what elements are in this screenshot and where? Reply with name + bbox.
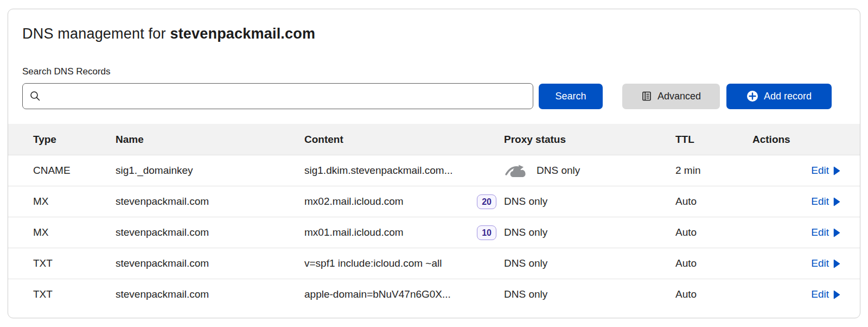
record-type: MX [33, 227, 116, 238]
edit-link[interactable]: Edit [811, 165, 840, 177]
proxy-status-cell: DNS only [504, 196, 675, 207]
controls-row: Search Advanced Add record [22, 83, 846, 109]
record-content-text: mx02.mail.icloud.com [304, 196, 404, 207]
record-name: sig1._domainkey [116, 165, 304, 177]
record-actions: Edit [752, 196, 860, 207]
record-content-text: apple-domain=bNuV47n6G0X... [304, 288, 451, 300]
right-triangle-icon [833, 259, 840, 268]
cloud-dns-only-icon [504, 163, 529, 178]
proxy-status-text: DNS only [504, 288, 547, 300]
table-row: CNAME sig1._domainkey sig1.dkim.stevenpa… [8, 155, 860, 186]
table-row: MX stevenpackmail.com mx01.mail.icloud.c… [8, 217, 860, 248]
edit-link[interactable]: Edit [811, 288, 840, 300]
header-actions: Actions [752, 134, 860, 146]
edit-link-label: Edit [811, 288, 829, 300]
table-row: MX stevenpackmail.com mx02.mail.icloud.c… [8, 186, 860, 217]
record-content-text: sig1.dkim.stevenpackmail.com... [304, 165, 453, 177]
edit-link-label: Edit [811, 257, 829, 269]
proxy-status-cell: DNS only [504, 227, 675, 238]
table-body: CNAME sig1._domainkey sig1.dkim.stevenpa… [8, 155, 860, 310]
add-record-button[interactable]: Add record [726, 84, 832, 109]
record-name: stevenpackmail.com [116, 257, 304, 269]
edit-link-label: Edit [811, 165, 829, 177]
header-proxy-status: Proxy status [504, 134, 675, 146]
edit-link-label: Edit [811, 227, 829, 238]
search-box[interactable] [22, 83, 533, 109]
record-content: mx02.mail.icloud.com 20 [304, 194, 504, 209]
record-ttl: Auto [675, 196, 752, 207]
page-title: DNS management for stevenpackmail.com [22, 26, 846, 42]
record-ttl: Auto [675, 288, 752, 300]
proxy-status-text: DNS only [504, 257, 547, 269]
record-content: apple-domain=bNuV47n6G0X... [304, 288, 504, 300]
page-title-domain: stevenpackmail.com [170, 26, 315, 42]
right-triangle-icon [833, 228, 840, 237]
list-document-icon [641, 91, 652, 102]
record-actions: Edit [752, 165, 860, 177]
mx-priority-badge: 20 [477, 194, 496, 209]
right-triangle-icon [833, 166, 840, 175]
right-triangle-icon [833, 197, 840, 206]
header-content: Content [304, 134, 504, 146]
plus-circle-icon [746, 90, 758, 102]
record-ttl: 2 min [675, 165, 752, 177]
record-type: TXT [33, 257, 116, 269]
record-type: TXT [33, 288, 116, 300]
search-input[interactable] [46, 84, 526, 109]
record-actions: Edit [752, 288, 860, 300]
advanced-button-label: Advanced [658, 91, 701, 102]
mx-priority-badge: 10 [477, 225, 496, 240]
search-button[interactable]: Search [539, 84, 603, 109]
table-header-row: Type Name Content Proxy status TTL Actio… [8, 124, 860, 155]
search-label: Search DNS Records [22, 66, 846, 77]
proxy-status-text: DNS only [504, 227, 547, 238]
record-name: stevenpackmail.com [116, 227, 304, 238]
table-row: TXT stevenpackmail.com apple-domain=bNuV… [8, 279, 860, 310]
header-name: Name [116, 134, 304, 146]
proxy-status-text: DNS only [504, 196, 547, 207]
proxy-status-text: DNS only [537, 165, 580, 177]
record-content: v=spf1 include:icloud.com ~all [304, 257, 504, 269]
edit-link[interactable]: Edit [811, 227, 840, 238]
record-name: stevenpackmail.com [116, 288, 304, 300]
proxy-status-cell: DNS only [504, 288, 675, 300]
record-type: MX [33, 196, 116, 207]
record-ttl: Auto [675, 257, 752, 269]
record-content: sig1.dkim.stevenpackmail.com... [304, 165, 504, 177]
advanced-button[interactable]: Advanced [622, 84, 720, 109]
record-actions: Edit [752, 227, 860, 238]
proxy-status-cell: DNS only [504, 163, 675, 178]
header-ttl: TTL [675, 134, 752, 146]
right-triangle-icon [833, 290, 840, 299]
header-type: Type [33, 134, 116, 146]
edit-link[interactable]: Edit [811, 196, 840, 207]
record-content-text: v=spf1 include:icloud.com ~all [304, 257, 442, 269]
magnifier-icon [29, 90, 41, 102]
page-title-prefix: DNS management for [22, 26, 170, 42]
record-name: stevenpackmail.com [116, 196, 304, 207]
edit-link-label: Edit [811, 196, 829, 207]
dns-management-card: DNS management for stevenpackmail.com Se… [8, 9, 860, 318]
proxy-status-cell: DNS only [504, 257, 675, 269]
record-ttl: Auto [675, 227, 752, 238]
edit-link[interactable]: Edit [811, 257, 840, 269]
dns-records-table: Type Name Content Proxy status TTL Actio… [8, 124, 860, 310]
record-actions: Edit [752, 257, 860, 269]
card-top-section: DNS management for stevenpackmail.com Se… [8, 9, 860, 109]
record-content: mx01.mail.icloud.com 10 [304, 225, 504, 240]
record-type: CNAME [33, 165, 116, 177]
add-record-button-label: Add record [764, 91, 812, 102]
record-content-text: mx01.mail.icloud.com [304, 227, 404, 238]
table-row: TXT stevenpackmail.com v=spf1 include:ic… [8, 248, 860, 279]
